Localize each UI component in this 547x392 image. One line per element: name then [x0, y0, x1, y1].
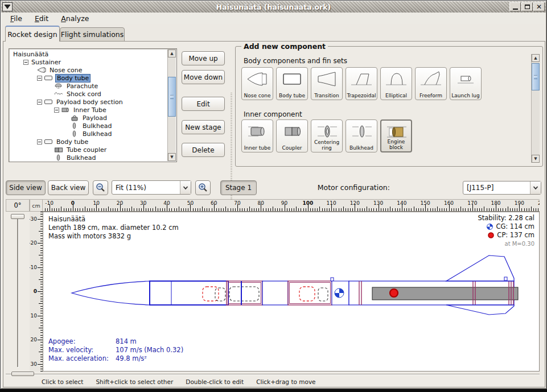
body-tube-1-outline[interactable] — [150, 281, 228, 305]
fin-lower[interactable] — [446, 305, 514, 315]
maximize-button[interactable] — [521, 2, 533, 11]
tree-item-bulkhead[interactable]: Bulkhead — [10, 130, 167, 138]
tree-item-body-tube[interactable]: Body tube — [10, 138, 167, 146]
component-scrollbar-thumb[interactable] — [532, 63, 540, 90]
scroll-down-icon[interactable]: ▼ — [168, 153, 176, 161]
rocket-canvas[interactable]: Haisunäätä Length 189 cm, max. diameter … — [43, 212, 540, 372]
coupler-section-outline[interactable] — [288, 281, 332, 305]
menu-analyze[interactable]: Analyze — [55, 13, 94, 24]
launch-lug-marker-aft[interactable] — [504, 277, 507, 280]
component-button-centering-ring[interactable]: Centering ring — [311, 119, 343, 152]
canvas-hscrollbar-thumb[interactable] — [11, 372, 34, 376]
component-button-transition[interactable]: Transition — [311, 67, 343, 100]
tree-item-tube-coupler[interactable]: Tube coupler — [10, 146, 167, 154]
bulkhead-icon — [54, 154, 63, 161]
bulkhead-icon — [70, 122, 79, 129]
window-menu-icon[interactable] — [2, 2, 13, 11]
tree-item-parachute[interactable]: Parachute — [10, 82, 167, 90]
ruler-label: 30 — [140, 200, 146, 206]
side-view-button[interactable]: Side view — [6, 180, 46, 195]
tree-item-shock-cord[interactable]: Shock cord — [10, 90, 167, 98]
tab-flight-simulations[interactable]: Flight simulations — [60, 27, 125, 42]
component-button-trapezoidal[interactable]: Trapezoidal — [346, 67, 377, 100]
inner-tube-outline[interactable] — [229, 287, 259, 301]
rocket-design-panel: HaisunäätäSustainerNose coneBody tubePar… — [3, 41, 545, 387]
acceleration-value: 49.8 m/s² — [116, 354, 183, 363]
tree-item-label: Parachute — [65, 82, 99, 90]
component-button-label: Freeform — [419, 93, 442, 99]
component-button-label: Nose cone — [244, 93, 270, 99]
slider-handle[interactable] — [11, 214, 24, 219]
motor-configuration-label: Motor configuration: — [318, 183, 390, 192]
tree-item-bulkhead[interactable]: Bulkhead — [10, 122, 167, 130]
tab-rocket-design[interactable]: Rocket design — [5, 26, 60, 42]
component-scrollbar[interactable]: ▲ ▼ — [531, 54, 540, 163]
tree-collapse-toggle[interactable] — [37, 76, 42, 81]
chevron-down-icon[interactable] — [530, 181, 541, 194]
body-tube-2-outline[interactable] — [262, 281, 288, 305]
tree-scrollbar[interactable]: ▲ ▼ — [167, 49, 176, 161]
new-stage-button[interactable]: New stage — [182, 120, 225, 134]
component-button-bulkhead[interactable]: Bulkhead — [346, 119, 377, 152]
delete-button[interactable]: Delete — [182, 143, 225, 157]
ruler-label: 50 — [187, 200, 194, 206]
tree-item-sustainer[interactable]: Sustainer — [10, 58, 167, 66]
tree-collapse-toggle[interactable] — [54, 108, 59, 113]
component-tree[interactable]: HaisunäätäSustainerNose coneBody tubePar… — [9, 48, 177, 162]
scroll-up-icon[interactable]: ▲ — [168, 49, 176, 57]
tree-collapse-toggle[interactable] — [37, 139, 42, 145]
tree-item-body-tube[interactable]: Body tube — [10, 74, 167, 82]
edit-button[interactable]: Edit — [182, 97, 225, 111]
coupler-icon — [279, 121, 305, 142]
tree-scrollbar-thumb[interactable] — [168, 77, 176, 117]
component-button-inner-tube[interactable]: Inner tube — [241, 119, 273, 152]
tree-collapse-toggle[interactable] — [23, 60, 28, 65]
scroll-up-icon[interactable]: ▲ — [532, 54, 540, 62]
component-button-elliptical[interactable]: Elliptical — [380, 67, 412, 100]
parachute-2-outline[interactable] — [299, 287, 315, 301]
tree-item-payload[interactable]: Payload — [10, 114, 167, 122]
component-button-nose-cone[interactable]: Nose cone — [241, 67, 273, 100]
tree-item-label: Nose cone — [48, 67, 83, 74]
close-button[interactable]: ✕ — [533, 2, 545, 11]
tree-item-label: Bulkhead — [65, 154, 97, 162]
shock-cord-2-outline[interactable] — [318, 288, 328, 301]
payload-section-outline[interactable] — [227, 281, 262, 305]
tree-item-bulkhead[interactable]: Bulkhead — [10, 154, 167, 161]
rotation-slider[interactable] — [6, 212, 30, 372]
launch-lug-marker[interactable] — [331, 278, 334, 281]
scroll-down-icon[interactable]: ▼ — [532, 155, 540, 163]
component-button-engine-block[interactable]: Engine block — [380, 119, 412, 152]
zoom-out-button[interactable] — [93, 180, 108, 195]
titlebar[interactable]: Haisunäätä (haisunaata.ork) ✕ — [1, 1, 546, 13]
move-up-button[interactable]: Move up — [182, 51, 225, 65]
component-button-label: Launch lug — [451, 93, 479, 99]
back-view-button[interactable]: Back view — [48, 180, 89, 195]
tree-item-payload-body-section[interactable]: Payload body section — [10, 98, 167, 106]
tree-item-haisun-t[interactable]: Haisunäätä — [10, 50, 167, 58]
menu-edit[interactable]: Edit — [29, 13, 54, 24]
canvas-hscrollbar[interactable] — [6, 374, 540, 375]
screenshot-root: Haisunäätä (haisunaata.ork) ✕ File Edit … — [0, 0, 547, 392]
close-icon: ✕ — [536, 4, 542, 10]
tree-item-nose-cone[interactable]: Nose cone — [10, 66, 167, 74]
nose-cone-outline[interactable] — [72, 281, 150, 305]
menu-file[interactable]: File — [5, 13, 28, 24]
stage-1-toggle[interactable]: Stage 1 — [220, 180, 257, 195]
zoom-level-select[interactable]: Fit (11%) — [112, 180, 191, 195]
ruler-label: 80 — [257, 200, 264, 206]
minimize-icon — [513, 9, 518, 10]
component-button-body-tube[interactable]: Body tube — [276, 67, 308, 100]
component-button-label: Elliptical — [385, 93, 407, 99]
component-button-coupler[interactable]: Coupler — [276, 119, 308, 152]
zoom-in-button[interactable] — [195, 180, 211, 195]
tree-item-inner-tube[interactable]: Inner Tube — [10, 106, 167, 114]
minimize-button[interactable] — [509, 2, 521, 11]
component-button-launch-lug[interactable]: Launch lug — [450, 67, 482, 100]
chevron-down-icon[interactable] — [180, 181, 191, 194]
tree-collapse-toggle[interactable] — [37, 100, 42, 105]
fin-upper[interactable] — [446, 255, 514, 281]
motor-configuration-select[interactable]: [J115-P] — [463, 181, 541, 195]
move-down-button[interactable]: Move down — [182, 70, 225, 84]
component-button-freeform[interactable]: Freeform — [415, 67, 447, 100]
